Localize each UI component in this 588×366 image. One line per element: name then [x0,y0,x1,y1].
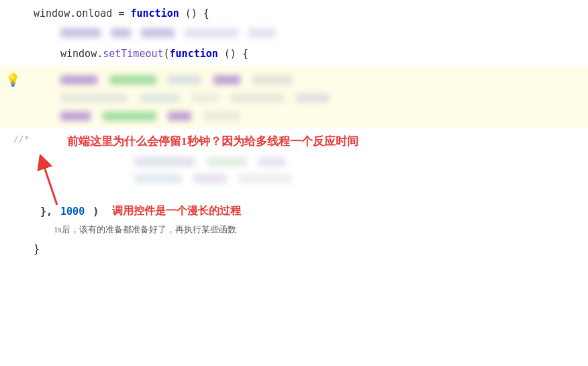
final-brace-line: } [0,240,588,259]
close-paren: ) [93,205,99,218]
code-keyword: function [131,7,179,19]
call-label: 调用控件是一个漫长的过程 [112,204,241,218]
timeout-num: 1000 [60,205,85,218]
lightbulb-icon: 💡 [5,73,20,87]
svg-line-0 [42,161,57,205]
code-token: window [34,7,70,19]
arrow-blurred-section [0,154,588,184]
code-area: window.onload = function () { window.set… [0,0,588,366]
bottom-note: 1s后，该有的准备都准备好了，再执行某些函数 [54,224,236,234]
close-brace-text: }, [40,205,52,218]
comment-marker: //* [13,134,29,144]
close-line: }, 1000 ) 调用控件是一个漫长的过程 [0,204,588,218]
code-line-3: window.setTimeout(function () { [0,44,588,63]
annotation-row: //* 前端这里为什么会停留1秒钟？因为给多线程一个反应时间 [0,134,588,149]
code-line-2 [0,23,588,42]
highlighted-block: 💡 [0,66,588,128]
code-line-1: window.onload = function () { [0,1,588,23]
bottom-note-row: 1s后，该有的准备都准备好了，再执行某些函数 [0,222,588,236]
red-arrow-icon [37,154,77,208]
annotation-why: 前端这里为什么会停留1秒钟？因为给多线程一个反应时间 [67,135,358,148]
